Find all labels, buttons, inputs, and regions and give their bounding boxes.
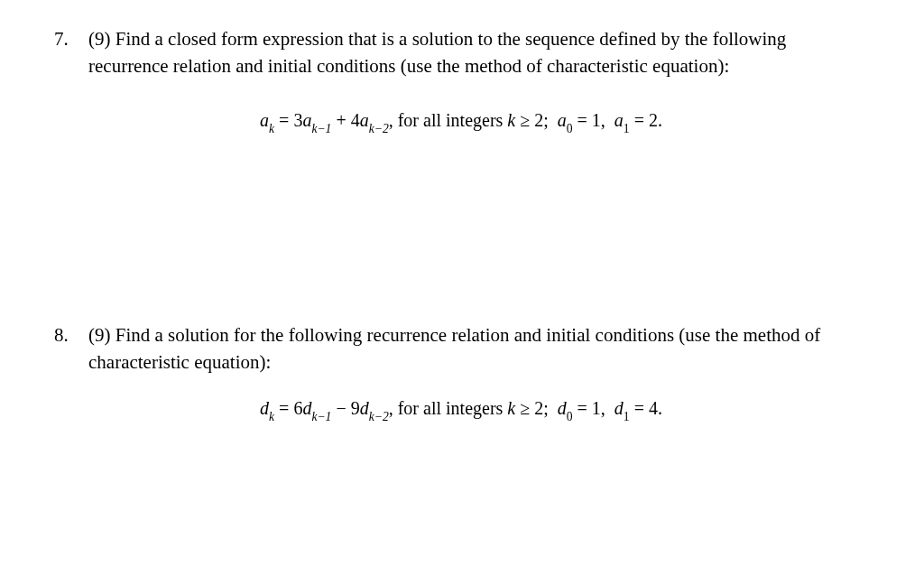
eq7-mid: for all integers bbox=[393, 110, 508, 130]
problem-7: 7. (9) Find a closed form expression tha… bbox=[54, 25, 870, 136]
eq8-lhs-var: d bbox=[260, 398, 269, 418]
eq8-lhs-sub: k bbox=[269, 410, 274, 423]
eq7-lhs-var: a bbox=[260, 110, 269, 130]
eq7-lhs-sub: k bbox=[269, 122, 274, 135]
eq8-mid: for all integers bbox=[393, 398, 508, 418]
problem-number-8: 8. bbox=[54, 321, 88, 348]
eq7-i1-var: a bbox=[614, 110, 624, 130]
eq8-i1-var: d bbox=[614, 398, 624, 418]
text-7: Find a closed form expression that is a … bbox=[88, 28, 786, 77]
eq7-equals: = bbox=[274, 110, 293, 130]
problem-body-7: (9) Find a closed form expression that i… bbox=[88, 25, 870, 136]
problem-text-8: (9) Find a solution for the following re… bbox=[88, 321, 870, 376]
eq7-t2-var: a bbox=[360, 110, 369, 130]
eq8-c2: 9 bbox=[351, 398, 360, 418]
eq8-i0-sub: 0 bbox=[567, 410, 573, 423]
equation-8: dk = 6dk−1 − 9dk−2, for all integers k ≥… bbox=[88, 395, 870, 424]
problem-body-8: (9) Find a solution for the following re… bbox=[88, 321, 870, 425]
eq8-t2-sub: k−2 bbox=[369, 410, 389, 423]
eq7-c2: 4 bbox=[351, 110, 360, 130]
problem-number-7: 7. bbox=[54, 25, 88, 52]
eq8-sign2: − bbox=[336, 398, 346, 418]
problem-text-7: (9) Find a closed form expression that i… bbox=[88, 25, 870, 80]
points-8: (9) bbox=[88, 324, 111, 346]
eq8-c1: 6 bbox=[293, 398, 302, 418]
eq7-i1-val: 2. bbox=[649, 110, 662, 130]
eq8-t1-sub: k−1 bbox=[311, 410, 331, 423]
eq8-equals: = bbox=[274, 398, 293, 418]
eq8-condvar: k bbox=[507, 398, 515, 418]
eq7-condval: 2; bbox=[534, 110, 549, 130]
text-8: Find a solution for the following recurr… bbox=[88, 324, 820, 373]
eq8-i0-val: 1, bbox=[592, 398, 605, 418]
eq8-i1-sub: 1 bbox=[624, 410, 630, 423]
eq7-i0-var: a bbox=[558, 110, 567, 130]
eq7-condsym: ≥ bbox=[520, 110, 530, 130]
eq7-i0-val: 1, bbox=[592, 110, 605, 130]
eq8-condval: 2; bbox=[534, 398, 549, 418]
eq7-t2-sub: k−2 bbox=[369, 122, 389, 135]
eq7-c1: 3 bbox=[293, 110, 302, 130]
eq8-i0-var: d bbox=[558, 398, 567, 418]
eq7-t1-sub: k−1 bbox=[311, 122, 331, 135]
eq8-i1-val: 4. bbox=[649, 398, 662, 418]
equation-7: ak = 3ak−1 + 4ak−2, for all integers k ≥… bbox=[88, 107, 870, 136]
eq8-t2-var: d bbox=[360, 398, 369, 418]
eq7-sign2: + bbox=[336, 110, 346, 130]
eq7-i1-sub: 1 bbox=[624, 122, 630, 135]
eq8-t1-var: d bbox=[302, 398, 311, 418]
points-7: (9) bbox=[88, 28, 111, 50]
eq7-i0-sub: 0 bbox=[567, 122, 573, 135]
eq8-condsym: ≥ bbox=[520, 398, 530, 418]
problem-8: 8. (9) Find a solution for the following… bbox=[54, 321, 870, 425]
eq7-t1-var: a bbox=[302, 110, 311, 130]
eq7-condvar: k bbox=[507, 110, 515, 130]
